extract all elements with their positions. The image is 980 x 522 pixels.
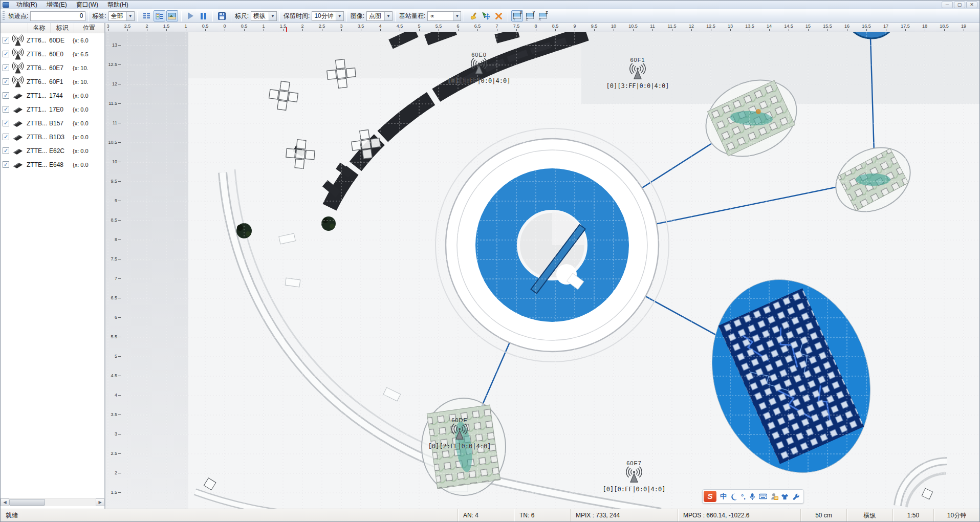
row-checkbox[interactable]: ✓ — [3, 161, 9, 168]
table-row[interactable]: ✓ZTT6...60E0{x: 6.5 — [1, 47, 104, 61]
retain-time-dropdown[interactable]: 10分钟 ▼ — [312, 11, 343, 21]
ruler-cursor-marker — [286, 27, 287, 32]
wardrobe-icon[interactable] — [781, 493, 789, 500]
table-row[interactable]: ✓ZTT6...60DE{x: 6.0 — [1, 33, 104, 47]
device-position: {x: 10. — [73, 79, 104, 85]
chinese-mode-icon[interactable]: 中 — [720, 492, 727, 501]
skin-badge-icon[interactable]: 10 — [771, 493, 777, 500]
maximize-button[interactable]: ▢ — [954, 2, 965, 8]
table-row[interactable]: ✓ZTTB...B1D3{x: 0.0 — [1, 130, 104, 144]
chevron-down-icon[interactable]: ▼ — [126, 12, 134, 20]
delete-button[interactable] — [493, 10, 505, 21]
tag-filter-value: 全部 — [109, 12, 126, 20]
toolbar-grip[interactable] — [3, 11, 5, 21]
device-position: {x: 6.0 — [73, 37, 104, 44]
station-range-dropdown[interactable]: ∝ ▼ — [427, 11, 461, 21]
save-button[interactable] — [216, 10, 228, 21]
device-name: ZTTB... — [27, 120, 49, 127]
device-name: ZTT6... — [27, 51, 49, 58]
device-position: {x: 10. — [73, 65, 104, 71]
punctuation-icon[interactable]: °, — [741, 493, 746, 501]
table-row[interactable]: ✓ZTT1...17E0{x: 0.0 — [1, 102, 104, 116]
row-checkbox[interactable]: ✓ — [3, 120, 9, 126]
pause-button[interactable] — [198, 10, 209, 21]
chevron-down-icon[interactable]: ▼ — [336, 12, 343, 20]
tag-filter-label: 标签: — [92, 12, 106, 20]
tag-filter-dropdown[interactable]: 全部 ▼ — [108, 11, 135, 21]
menu-item-2[interactable]: 窗口(W) — [72, 0, 103, 10]
row-checkbox[interactable]: ✓ — [3, 51, 9, 57]
close-button[interactable]: ✕ — [966, 2, 977, 8]
retain-time-value: 10分钟 — [312, 12, 335, 20]
horizontal-scrollbar[interactable]: ◀ ▶ — [1, 498, 104, 506]
row-checkbox[interactable]: ✓ — [3, 92, 9, 99]
menu-item-1[interactable]: 增强(E) — [42, 0, 72, 10]
image-view-button[interactable] — [166, 10, 178, 21]
tag-icon — [12, 161, 24, 169]
status-mpos: MPOS : 660.14, -1022.6 — [678, 509, 800, 521]
play-button[interactable] — [185, 10, 197, 21]
chevron-down-icon[interactable]: ▼ — [269, 12, 276, 20]
track-point-input[interactable] — [30, 11, 85, 21]
table-row[interactable]: ✓ZTT6...60F1{x: 10. — [1, 75, 104, 89]
row-checkbox[interactable]: ✓ — [3, 147, 9, 154]
station-marker-60DE[interactable]: 60DE[0][2:FF|0:0|4:0] — [419, 417, 500, 450]
table-row[interactable]: ✓ZTTE...E648{x: 0.0 — [1, 158, 104, 171]
station-info: [0][2:FF|0:0|4:0] — [419, 443, 500, 450]
column-name[interactable]: 名称 — [28, 23, 51, 33]
status-retain: 10分钟 — [933, 509, 979, 521]
table-row[interactable]: ✓ZTT1...1744{x: 0.0 — [1, 89, 104, 102]
move-cursor-button[interactable] — [480, 10, 492, 21]
moon-icon[interactable] — [730, 493, 737, 501]
row-checkbox[interactable]: ✓ — [3, 37, 9, 44]
device-position: {x: 0.0 — [73, 120, 104, 126]
axis-view-yz-button[interactable]: YZ — [524, 10, 536, 21]
chevron-down-icon[interactable]: ▼ — [453, 12, 461, 20]
station-info: [0][0:FF|0:0|4:0] — [593, 486, 675, 493]
menu-item-0[interactable]: 功能(R) — [12, 0, 42, 10]
device-position: {x: 0.0 — [73, 93, 104, 99]
axis-view-xy-button[interactable]: XY — [511, 10, 523, 21]
column-id[interactable]: 标识 — [51, 23, 74, 33]
scrollbar-thumb[interactable] — [9, 499, 45, 506]
microphone-icon[interactable] — [749, 493, 755, 501]
save-icon — [218, 12, 226, 20]
row-checkbox[interactable]: ✓ — [3, 78, 9, 85]
wrench-icon[interactable] — [792, 493, 799, 500]
station-id: 60E0 — [438, 52, 520, 58]
station-marker-60F1[interactable]: 60F1[0][3:FF|0:0|4:0] — [597, 57, 679, 90]
image-mode-dropdown[interactable]: 点图 ▼ — [366, 11, 393, 21]
ruler-mode-dropdown[interactable]: 横纵 ▼ — [251, 11, 277, 21]
brush-icon — [469, 12, 477, 20]
sogou-logo-icon[interactable]: S — [704, 491, 716, 502]
device-name: ZTTB... — [27, 134, 49, 141]
row-checkbox[interactable]: ✓ — [3, 64, 9, 71]
track-point-label: 轨迹点: — [8, 12, 28, 20]
application-window: 功能(R)增强(E)窗口(W)帮助(H) ─ ▢ ✕ 轨迹点: 标签: 全部 ▼ — [0, 0, 980, 522]
table-row[interactable]: ✓ZTT6...60E7{x: 10. — [1, 61, 104, 75]
list-view-button[interactable] — [141, 10, 153, 21]
station-marker-60E0[interactable]: 60E0[0][1:FF|0:0|4:0] — [438, 52, 520, 84]
minimize-button[interactable]: ─ — [942, 2, 953, 8]
station-marker-60E7[interactable]: 60E7[0][0:FF|0:0|4:0] — [593, 460, 675, 493]
chevron-down-icon[interactable]: ▼ — [384, 12, 392, 20]
menu-item-3[interactable]: 帮助(H) — [103, 0, 133, 10]
column-position[interactable]: 位置 — [74, 23, 104, 33]
scroll-left-icon[interactable]: ◀ — [1, 498, 9, 506]
device-position: {x: 0.0 — [73, 148, 104, 154]
axis-view-zx-button[interactable]: ZX — [537, 10, 549, 21]
status-mpix: MPIX : 733, 244 — [570, 509, 678, 521]
keyboard-icon[interactable] — [759, 493, 767, 499]
row-checkbox[interactable]: ✓ — [3, 106, 9, 113]
device-id: 60F1 — [49, 78, 73, 85]
device-name: ZTT6... — [27, 64, 49, 72]
floor-plan-map[interactable] — [105, 32, 979, 509]
table-row[interactable]: ✓ZTTB...B157{x: 0.0 — [1, 116, 104, 130]
row-checkbox[interactable]: ✓ — [3, 134, 9, 140]
brush-button[interactable] — [467, 10, 479, 21]
status-cell-size: 50 cm — [800, 509, 846, 521]
list-image-view-button[interactable] — [154, 10, 165, 21]
table-row[interactable]: ✓ZTTE...E62C{x: 0.0 — [1, 144, 104, 158]
scroll-right-icon[interactable]: ▶ — [96, 498, 104, 506]
map-viewport[interactable]: 1312.51211.51110.5109.598.587.576.565.55… — [105, 32, 979, 509]
